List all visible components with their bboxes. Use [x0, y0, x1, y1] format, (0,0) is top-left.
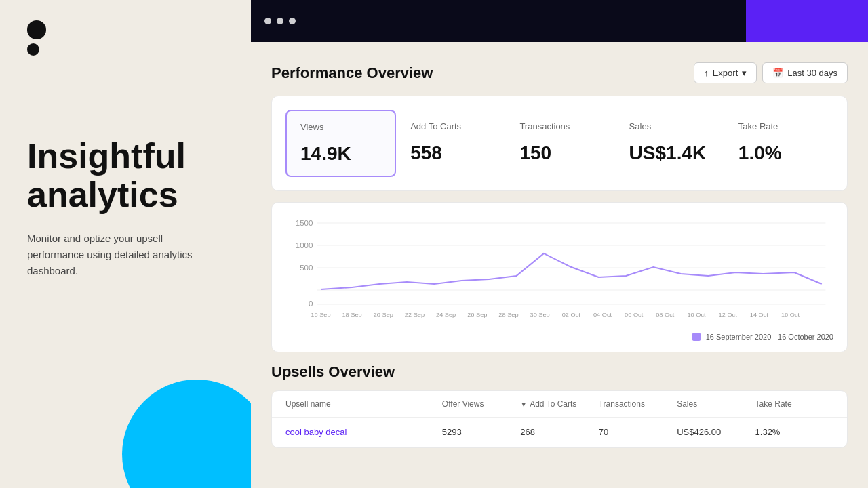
- metric-sales[interactable]: Sales US$1.4K: [615, 110, 724, 177]
- logo-dot-large: [27, 20, 46, 39]
- row-transactions: 70: [599, 427, 677, 437]
- row-offer-views: 5293: [442, 427, 520, 437]
- logo-dot-small: [27, 43, 39, 56]
- calendar-icon: 📅: [772, 68, 783, 78]
- right-panel: Performance Overview ↑ Export ▾ 📅 Last 3…: [251, 0, 868, 488]
- metric-carts-label: Add To Carts: [410, 121, 491, 131]
- chart-legend: 16 September 2020 - 16 October 2020: [285, 333, 833, 341]
- tagline-desc: Monitor and optize your upsell performan…: [27, 230, 217, 279]
- export-icon: ↑: [704, 68, 709, 78]
- svg-text:02 Oct: 02 Oct: [562, 312, 581, 318]
- main-content: Performance Overview ↑ Export ▾ 📅 Last 3…: [251, 42, 868, 488]
- svg-text:1500: 1500: [296, 220, 313, 227]
- metric-take-rate-value: 1.0%: [738, 142, 819, 164]
- svg-text:08 Oct: 08 Oct: [656, 312, 675, 318]
- chart-line: [321, 253, 822, 289]
- chart-svg: 1500 1000 500 0 16 Sep 18 Sep 20 Sep 22 …: [285, 216, 833, 325]
- sort-icon: ▼: [520, 401, 527, 408]
- table-row: cool baby decal 5293 268 70 US$426.00 1.…: [272, 418, 847, 447]
- metrics-container: Views 14.9K Add To Carts 558 Transaction…: [271, 96, 848, 191]
- col-header-take-rate: Take Rate: [755, 399, 833, 409]
- svg-text:10 Oct: 10 Oct: [687, 312, 706, 318]
- metric-transactions-value: 150: [519, 142, 600, 164]
- svg-text:24 Sep: 24 Sep: [436, 312, 456, 318]
- metric-sales-label: Sales: [629, 121, 710, 131]
- svg-text:22 Sep: 22 Sep: [405, 312, 425, 318]
- topbar-dot-2: [277, 18, 283, 24]
- upsells-title: Upsells Overview: [271, 363, 848, 381]
- svg-text:28 Sep: 28 Sep: [498, 312, 518, 318]
- svg-text:04 Oct: 04 Oct: [593, 312, 612, 318]
- chart-container: 1500 1000 500 0 16 Sep 18 Sep 20 Sep 22 …: [271, 202, 848, 352]
- tagline-title: Insightful analytics: [27, 137, 231, 214]
- svg-text:26 Sep: 26 Sep: [467, 312, 487, 318]
- legend-label: 16 September 2020 - 16 October 2020: [706, 333, 833, 341]
- chart-area: 1500 1000 500 0 16 Sep 18 Sep 20 Sep 22 …: [285, 216, 833, 338]
- decorative-circle: [122, 380, 251, 488]
- svg-text:12 Oct: 12 Oct: [719, 312, 738, 318]
- metric-add-to-carts[interactable]: Add To Carts 558: [396, 110, 505, 177]
- left-panel: Insightful analytics Monitor and optize …: [0, 0, 251, 488]
- export-button[interactable]: ↑ Export ▾: [694, 62, 757, 83]
- topbar-accent: [746, 0, 868, 42]
- col-header-add-to-carts[interactable]: ▼ Add To Carts: [520, 399, 598, 409]
- upsell-link[interactable]: cool baby decal: [285, 427, 347, 437]
- metric-views-value: 14.9K: [300, 143, 381, 165]
- col-header-sales: Sales: [677, 399, 755, 409]
- row-name: cool baby decal: [285, 427, 442, 437]
- col-header-name: Upsell name: [285, 399, 442, 409]
- top-bar: [251, 0, 868, 42]
- svg-text:16 Sep: 16 Sep: [311, 312, 330, 318]
- chevron-down-icon: ▾: [742, 68, 747, 78]
- svg-text:14 Oct: 14 Oct: [750, 312, 769, 318]
- svg-text:30 Sep: 30 Sep: [530, 312, 550, 318]
- row-take-rate: 1.32%: [755, 427, 833, 437]
- topbar-dot-1: [264, 18, 271, 24]
- col-header-transactions: Transactions: [599, 399, 677, 409]
- date-range-button[interactable]: 📅 Last 30 days: [762, 62, 848, 83]
- svg-text:20 Sep: 20 Sep: [374, 312, 393, 318]
- table-header-row: Upsell name Offer Views ▼ Add To Carts T…: [272, 391, 847, 418]
- row-add-to-carts: 268: [520, 427, 598, 437]
- logo: [27, 20, 231, 56]
- metric-carts-value: 558: [410, 142, 491, 164]
- metric-sales-value: US$1.4K: [629, 142, 710, 164]
- metric-take-rate-label: Take Rate: [738, 121, 819, 131]
- metric-views[interactable]: Views 14.9K: [285, 110, 396, 177]
- performance-title: Performance Overview: [271, 64, 433, 82]
- svg-text:1000: 1000: [296, 242, 313, 249]
- topbar-dot-3: [289, 18, 296, 24]
- svg-text:16 Oct: 16 Oct: [781, 312, 800, 318]
- upsells-table: Upsell name Offer Views ▼ Add To Carts T…: [271, 390, 848, 448]
- row-sales: US$426.00: [677, 427, 755, 437]
- svg-text:500: 500: [300, 264, 313, 272]
- metric-take-rate[interactable]: Take Rate 1.0%: [724, 110, 833, 177]
- svg-text:06 Oct: 06 Oct: [625, 312, 644, 318]
- legend-color: [692, 333, 701, 341]
- metric-transactions-label: Transactions: [519, 121, 600, 131]
- col-header-offer-views: Offer Views: [442, 399, 520, 409]
- header-actions: ↑ Export ▾ 📅 Last 30 days: [694, 62, 848, 83]
- svg-text:18 Sep: 18 Sep: [342, 312, 362, 318]
- metric-transactions[interactable]: Transactions 150: [505, 110, 614, 177]
- metrics-row: Views 14.9K Add To Carts 558 Transaction…: [285, 110, 833, 177]
- performance-header: Performance Overview ↑ Export ▾ 📅 Last 3…: [271, 62, 848, 83]
- metric-views-label: Views: [300, 122, 381, 132]
- svg-text:0: 0: [309, 300, 313, 308]
